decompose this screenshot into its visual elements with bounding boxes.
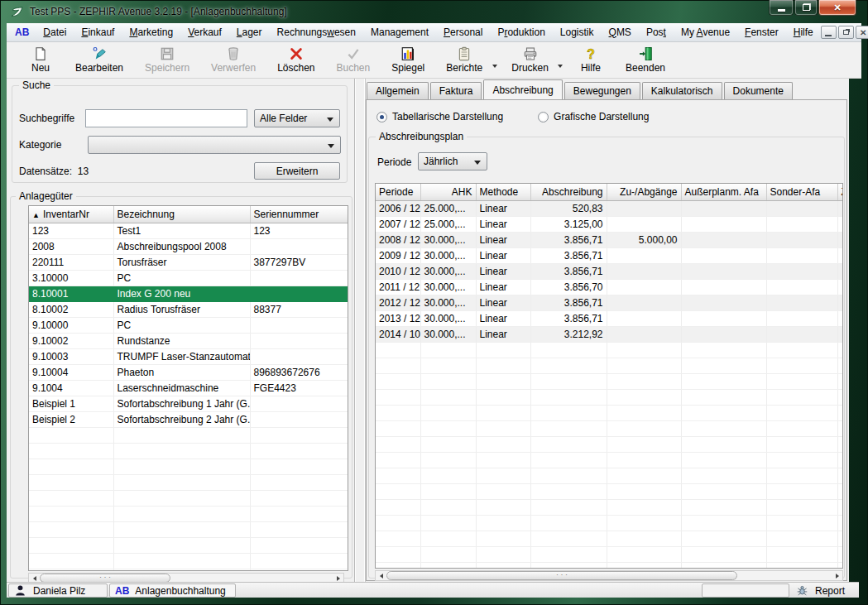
window-minimize-button[interactable] <box>769 0 794 16</box>
menu-item-post[interactable]: Post <box>639 25 674 41</box>
column-header-zu[interactable]: Zu <box>837 184 843 200</box>
loeschen-button[interactable]: Löschen <box>266 42 325 78</box>
depreciation-row[interactable]: 2006 / 1225.000,...Linear520,83 <box>376 200 843 216</box>
column-header-bezeichnung[interactable]: Bezeichnung <box>113 206 250 223</box>
assets-horizontal-scrollbar[interactable] <box>28 573 344 582</box>
menu-item-lager[interactable]: Lager <box>229 25 270 41</box>
mdi-system-menu[interactable]: AB <box>10 25 36 41</box>
hilfe-button[interactable]: ?Hilfe <box>567 42 615 78</box>
asset-row[interactable]: 8.10001Index G 200 neu <box>29 286 348 301</box>
radio-tabellarische-darstellung[interactable]: Tabellarische Darstellung <box>376 111 503 122</box>
search-field-filter-combo[interactable]: Alle Felder <box>254 109 340 127</box>
depreciation-row[interactable]: 2007 / 1225.000,...Linear3.125,00 <box>376 216 843 232</box>
search-input[interactable] <box>85 109 247 127</box>
scroll-right-arrow-icon[interactable] <box>832 571 842 580</box>
asset-row[interactable]: 9.10000PC <box>29 317 348 333</box>
scroll-right-arrow-icon[interactable] <box>333 574 343 582</box>
scrollbar-thumb[interactable] <box>386 571 737 580</box>
radio-grafische-darstellung[interactable]: Grafische Darstellung <box>538 111 649 122</box>
mdi-restore-button[interactable] <box>838 26 854 39</box>
menu-item-qms[interactable]: QMS <box>602 25 639 41</box>
column-header-seriennummer[interactable]: Seriennummer <box>250 206 348 223</box>
menu-item-hilfe[interactable]: Hilfe <box>786 25 821 41</box>
depreciation-row[interactable]: 2009 / 1230.000,...Linear3.856,71 <box>376 247 843 263</box>
window-close-button[interactable]: ✕ <box>818 0 856 16</box>
tab-faktura[interactable]: Faktura <box>430 82 482 99</box>
tab-bewegungen[interactable]: Bewegungen <box>564 82 640 99</box>
column-header-sonder-afa[interactable]: Sonder-Afa <box>766 184 837 200</box>
menu-item-fenster[interactable]: Fenster <box>737 25 786 41</box>
category-combo[interactable] <box>88 136 341 154</box>
status-module-section[interactable]: AB Anlagenbuchhaltung <box>109 583 236 598</box>
column-header-abschreibung[interactable]: Abschreibung <box>530 184 607 200</box>
window-title: Test PPS - ZEPHIR Avenue 3.2.19 - [Anlag… <box>30 6 287 17</box>
bearbeiten-button[interactable]: Bearbeiten <box>65 42 134 78</box>
column-header-methode[interactable]: Methode <box>476 184 530 200</box>
column-header-periode[interactable]: Periode <box>376 184 420 200</box>
tab-abschreibung[interactable]: Abschreibung <box>483 79 562 99</box>
empty-cell <box>113 537 250 553</box>
menu-item-marketing[interactable]: Marketing <box>122 25 180 41</box>
menu-item-rechnungswesen[interactable]: Rechnungswesen <box>270 25 363 41</box>
menu-item-verkauf[interactable]: Verkauf <box>180 25 229 41</box>
mdi-close-button[interactable]: ✕ <box>856 26 868 39</box>
depreciation-row[interactable]: 2014 / 1030.000,...Linear3.212,92 <box>376 326 843 342</box>
asset-row[interactable]: Beispiel 2Sofortabschreibung 2 Jahr (G..… <box>29 411 348 427</box>
menu-item-logistik[interactable]: Logistik <box>553 25 602 41</box>
asset-row[interactable]: 220111Torusfräser3877297BV <box>29 254 348 270</box>
menu-item-personal[interactable]: Personal <box>436 25 490 41</box>
berichte-button[interactable]: Berichte <box>435 42 493 78</box>
scrollbar-thumb[interactable] <box>40 574 170 582</box>
empty-cell <box>113 569 250 571</box>
mdi-minimize-button[interactable] <box>821 26 837 39</box>
depreciation-cell: Linear <box>476 216 530 232</box>
depreciation-row[interactable]: 2008 / 1230.000,...Linear3.856,715.000,0… <box>376 232 843 247</box>
empty-cell <box>476 499 530 515</box>
asset-row[interactable]: 123Test1123 <box>29 223 348 238</box>
column-header-zu-abgaenge[interactable]: Zu-/Abgänge <box>607 184 681 200</box>
asset-row[interactable]: Beispiel 1Sofortabschreibung 1 Jahr (G..… <box>29 396 348 411</box>
asset-row[interactable]: 9.10003TRUMPF Laser-Stanzautomat... <box>29 348 348 364</box>
asset-row[interactable]: 9.1004LaserschneidmaschineFGE4423 <box>29 380 348 396</box>
asset-row[interactable]: 9.10004Phaeton896893672676 <box>29 364 348 380</box>
tab-allgemein[interactable]: Allgemein <box>367 82 429 99</box>
depreciation-row[interactable]: 2011 / 1230.000,...Linear3.856,70 <box>376 279 843 295</box>
menu-item-einkauf[interactable]: Einkauf <box>74 25 122 41</box>
depreciation-cell: 30.000,... <box>420 279 476 295</box>
period-combo[interactable]: Jährlich <box>418 152 487 170</box>
menu-item-my-avenue[interactable]: My Avenue <box>674 25 737 41</box>
status-report-button[interactable]: Report <box>791 583 857 598</box>
neu-button[interactable]: Neu <box>17 42 65 78</box>
column-header-inventarnr[interactable]: ▲InventarNr <box>29 206 113 223</box>
tab-kalkulatorisch[interactable]: Kalkulatorisch <box>642 82 722 99</box>
expand-button[interactable]: Erweitern <box>254 162 340 180</box>
asset-row[interactable]: 9.10002Rundstanze <box>29 333 348 348</box>
asset-row[interactable]: 3.10000PC <box>29 270 348 286</box>
drucken-dropdown-arrow[interactable] <box>556 42 565 78</box>
asset-row[interactable]: 8.10002Radius Torusfräser88377 <box>29 301 348 317</box>
depreciation-row[interactable]: 2013 / 1230.000,...Linear3.856,71 <box>376 310 843 326</box>
scrollbar-track[interactable] <box>170 574 333 582</box>
menu-item-datei[interactable]: Datei <box>36 25 74 41</box>
depreciation-horizontal-scrollbar[interactable] <box>375 570 843 581</box>
drucken-button[interactable]: Drucken <box>501 42 559 78</box>
window-maximize-button[interactable] <box>794 0 818 16</box>
panel-splitter[interactable] <box>354 79 366 582</box>
scrollbar-track[interactable] <box>737 571 832 580</box>
depreciation-row[interactable]: 2010 / 1230.000,...Linear3.856,71 <box>376 263 843 279</box>
scroll-left-arrow-icon[interactable] <box>376 571 386 580</box>
tab-dokumente[interactable]: Dokumente <box>724 82 793 99</box>
beenden-button[interactable]: Beenden <box>615 42 676 78</box>
depreciation-cell <box>766 232 837 247</box>
menu-item-produktion[interactable]: Produktion <box>490 25 552 41</box>
menu-item-management[interactable]: Management <box>363 25 436 41</box>
depreciation-row[interactable]: 2012 / 1230.000,...Linear3.856,71 <box>376 295 843 310</box>
asset-row[interactable]: 2008Abschreibungspool 2008 <box>29 238 348 254</box>
berichte-dropdown-arrow[interactable] <box>490 42 499 78</box>
empty-cell <box>476 546 530 562</box>
depreciation-plan-label: Abschreibungsplan <box>376 131 467 142</box>
column-header-ahk[interactable]: AHK <box>420 184 476 200</box>
spiegel-button[interactable]: Spiegel <box>381 42 435 78</box>
column-header-ausserplanm-afa[interactable]: Außerplanm. Afa <box>681 184 766 200</box>
scroll-left-arrow-icon[interactable] <box>29 574 40 582</box>
